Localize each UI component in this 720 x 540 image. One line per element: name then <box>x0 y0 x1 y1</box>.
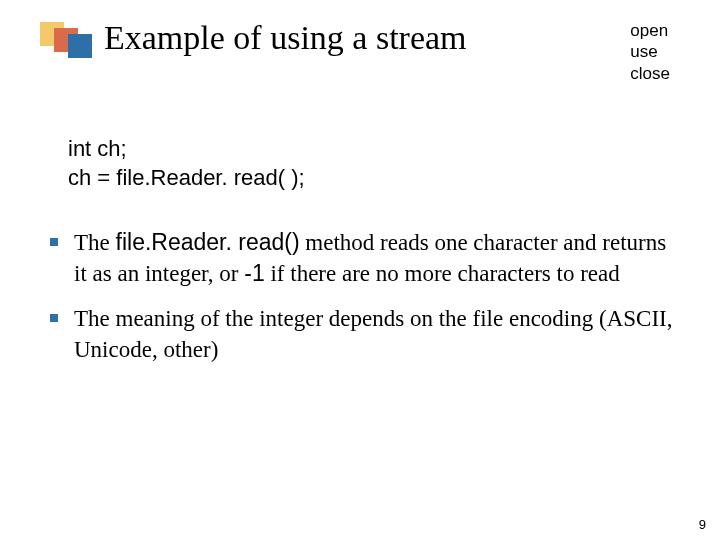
bullet-list: The file.Reader. read() method reads one… <box>40 227 680 365</box>
code-inline: -1 <box>244 260 264 286</box>
code-line: int ch; <box>68 134 680 164</box>
code-line: ch = file.Reader. read( ); <box>68 163 680 193</box>
mini-item: use <box>630 41 670 62</box>
text: if there are no more characters to read <box>265 261 620 286</box>
page-title: Example of using a stream <box>104 18 467 57</box>
list-item: The meaning of the integer depends on th… <box>40 303 680 365</box>
code-block: int ch; ch = file.Reader. read( ); <box>68 134 680 193</box>
text: The <box>74 230 116 255</box>
mini-item: open <box>630 20 670 41</box>
header: Example of using a stream open use close <box>40 18 680 84</box>
code-inline: file.Reader. read() <box>116 229 300 255</box>
page-number: 9 <box>699 517 706 532</box>
mini-item: close <box>630 63 670 84</box>
header-mini-list: open use close <box>630 20 670 84</box>
list-item: The file.Reader. read() method reads one… <box>40 227 680 289</box>
logo-icon <box>40 22 96 62</box>
slide: Example of using a stream open use close… <box>0 0 720 540</box>
text: The meaning of the integer depends on th… <box>74 306 672 362</box>
